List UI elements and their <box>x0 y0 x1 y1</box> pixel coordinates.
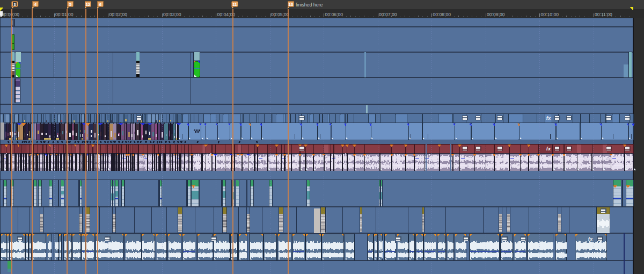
svg-text:00:00:00: 00:00:00 <box>2 12 20 17</box>
svg-text:12: 12 <box>85 2 90 7</box>
svg-text:00:02:00: 00:02:00 <box>109 12 128 17</box>
svg-text:6: 6 <box>99 2 102 7</box>
svg-text:00:06:00: 00:06:00 <box>325 12 343 17</box>
svg-text:fx: fx <box>546 146 551 152</box>
svg-text:00:07:00: 00:07:00 <box>379 12 397 17</box>
svg-text:00:03:00: 00:03:00 <box>163 12 181 17</box>
svg-text:00:09:00: 00:09:00 <box>487 12 505 17</box>
svg-text:00:05:00: 00:05:00 <box>271 12 289 17</box>
svg-text:3: 3 <box>13 2 16 7</box>
svg-text:00:10:00: 00:10:00 <box>541 12 559 17</box>
svg-text:fx: fx <box>588 236 593 242</box>
svg-text:00:01:00: 00:01:00 <box>55 12 74 17</box>
svg-text:00:11:00: 00:11:00 <box>595 12 612 17</box>
svg-text:4: 4 <box>34 2 37 7</box>
svg-text:fx: fx <box>546 115 551 121</box>
svg-text:13: 13 <box>288 2 293 7</box>
svg-text:5: 5 <box>69 2 72 7</box>
svg-text:finished here: finished here <box>296 2 323 8</box>
svg-text:11: 11 <box>232 2 237 7</box>
svg-text:00:08:00: 00:08:00 <box>433 12 451 17</box>
